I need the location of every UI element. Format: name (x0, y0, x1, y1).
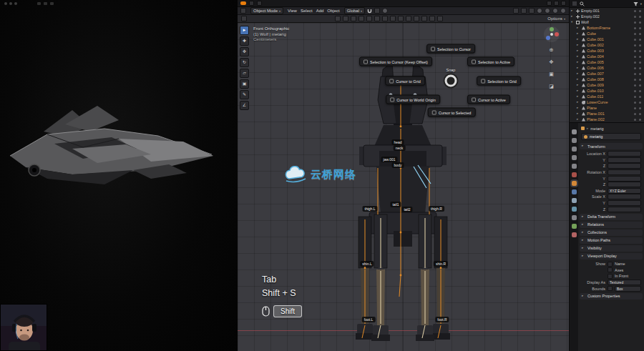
section-custom-properties[interactable]: Custom Properties (580, 293, 643, 300)
expand-caret-icon[interactable] (571, 9, 575, 13)
collapsed-section-header[interactable]: Relations (580, 222, 643, 228)
properties-tab-constraints[interactable] (572, 215, 577, 220)
pie-menu-item[interactable]: Selection to Grid (477, 76, 521, 86)
transform-orientation-dropdown[interactable]: Global (344, 7, 365, 14)
tool-setting-icon[interactable] (351, 16, 356, 21)
shading-solid-icon[interactable] (545, 8, 550, 14)
disable-in-render-icon[interactable] (639, 79, 641, 81)
disable-in-render-icon[interactable] (639, 44, 641, 46)
pie-menu-item[interactable]: Selection to Active (467, 57, 514, 66)
outliner-row[interactable]: Wolf (570, 19, 644, 25)
view-button-toggle-perspective[interactable]: ◪ (547, 82, 555, 90)
outliner-row[interactable]: Empty.002 (570, 14, 644, 19)
field-value[interactable] (608, 157, 641, 163)
expand-caret-icon[interactable] (577, 38, 580, 41)
tool-measure[interactable]: ∠ (240, 101, 249, 110)
hide-in-viewport-icon[interactable] (634, 39, 636, 41)
expand-caret-icon[interactable] (577, 32, 580, 36)
tool-setting-icon[interactable] (366, 16, 372, 21)
expand-caret-icon[interactable] (571, 21, 575, 24)
outliner-row[interactable]: Cube.002 (570, 42, 644, 48)
shading-rendered-icon[interactable] (560, 8, 566, 14)
expand-caret-icon[interactable] (577, 107, 580, 110)
navigation-gizmo[interactable] (544, 26, 560, 42)
outliner-row[interactable]: Cube.008 (570, 76, 644, 82)
hide-in-viewport-icon[interactable] (634, 27, 636, 29)
snapping-dropdown-icon[interactable] (374, 8, 380, 14)
outliner-row[interactable]: BottomFrame (570, 25, 644, 31)
display-as-dropdown[interactable]: Textured (608, 280, 641, 285)
properties-tab-object-data[interactable] (572, 224, 577, 229)
hide-in-viewport-icon[interactable] (634, 84, 636, 86)
hide-in-viewport-icon[interactable] (634, 107, 636, 109)
window-controls[interactable] (4, 2, 17, 5)
pie-menu-item[interactable]: Cursor to World Origin (386, 95, 440, 104)
properties-tab-view-layer[interactable] (572, 155, 577, 160)
properties-tab-world[interactable] (572, 172, 577, 177)
disable-in-render-icon[interactable] (639, 39, 641, 41)
hide-in-viewport-icon[interactable] (634, 16, 636, 18)
tool-select-box[interactable]: ► (240, 26, 249, 35)
disable-in-render-icon[interactable] (639, 102, 641, 104)
hide-in-viewport-icon[interactable] (634, 113, 636, 115)
filter-funnel-icon[interactable] (633, 1, 638, 6)
tool-setting-icon[interactable] (414, 16, 419, 21)
disable-in-render-icon[interactable] (639, 10, 641, 12)
outliner-row[interactable]: Cube.004 (570, 54, 644, 59)
hide-in-viewport-icon[interactable] (634, 61, 636, 64)
workspace-icon[interactable] (249, 1, 254, 6)
show-axes-checkbox[interactable] (608, 267, 613, 272)
show-gizmo-icon[interactable] (513, 8, 519, 14)
outliner-row[interactable]: Cube.006 (570, 65, 644, 71)
section-viewport-display[interactable]: Viewport Display (580, 253, 643, 259)
hide-in-viewport-icon[interactable] (634, 21, 636, 24)
proportional-editing-icon[interactable] (382, 8, 388, 14)
disable-in-render-icon[interactable] (639, 16, 641, 18)
show-overlays-icon[interactable] (521, 8, 527, 14)
expand-caret-icon[interactable] (577, 55, 580, 59)
disable-in-render-icon[interactable] (639, 96, 641, 98)
disable-in-render-icon[interactable] (639, 107, 641, 109)
display-mode-icon[interactable] (572, 1, 577, 6)
expand-caret-icon[interactable] (577, 84, 580, 87)
properties-tab-physics[interactable] (572, 207, 577, 212)
object-name-field[interactable]: metarig (581, 133, 641, 140)
show-name-checkbox[interactable] (608, 262, 613, 267)
properties-tab-output[interactable] (572, 147, 577, 152)
field-value[interactable] (608, 194, 641, 199)
hide-in-viewport-icon[interactable] (634, 73, 636, 75)
collapsed-section-header[interactable]: Collections (580, 229, 643, 236)
scene-selector-icon[interactable] (547, 1, 552, 6)
disable-in-render-icon[interactable] (639, 73, 641, 75)
outliner-row[interactable]: Empty.001 (570, 8, 644, 14)
disable-in-render-icon[interactable] (639, 33, 641, 35)
outliner-row[interactable]: Cube.007 (570, 71, 644, 76)
bounds-checkbox[interactable] (608, 286, 613, 291)
pie-menu-item[interactable]: Cursor to Grid (385, 76, 425, 86)
expand-caret-icon[interactable] (577, 89, 580, 93)
properties-tab-tool[interactable] (572, 129, 577, 134)
xray-toggle-icon[interactable] (529, 8, 535, 14)
outliner-row[interactable]: Cube.001 (570, 36, 644, 42)
expand-caret-icon[interactable] (577, 61, 580, 64)
tool-setting-icon[interactable] (390, 16, 396, 21)
hide-in-viewport-icon[interactable] (634, 79, 636, 81)
properties-tab-material[interactable] (572, 232, 577, 237)
shading-wireframe-icon[interactable] (537, 8, 542, 14)
mode-dropdown[interactable]: Object Mode (250, 7, 283, 14)
outliner-row[interactable]: LowerCurve (570, 99, 644, 105)
tool-setting-icon[interactable] (374, 16, 380, 21)
properties-tab-particles[interactable] (572, 198, 577, 203)
pie-menu-item[interactable]: Selection to Cursor (Keep Offset) (359, 57, 432, 66)
tool-cursor[interactable]: ✚ (240, 36, 249, 46)
blender-logo-icon[interactable] (240, 1, 246, 5)
disable-in-render-icon[interactable] (639, 50, 641, 52)
view-button-zoom[interactable]: ⊕ (547, 46, 555, 54)
properties-tab-object[interactable] (572, 181, 577, 186)
expand-caret-icon[interactable] (577, 26, 580, 30)
pie-menu-item[interactable]: Cursor to Selected (428, 108, 476, 117)
expand-caret-icon[interactable] (577, 44, 580, 47)
tool-setting-icon[interactable] (398, 16, 404, 21)
collapsed-section-header[interactable]: Motion Paths (580, 237, 643, 244)
tool-setting-icon[interactable] (429, 16, 435, 21)
